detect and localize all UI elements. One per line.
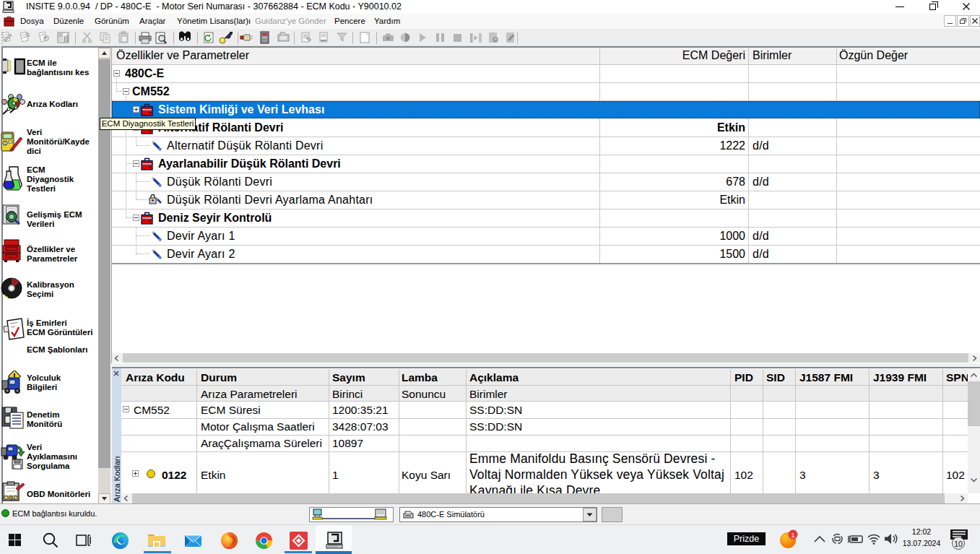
svg-text:1: 1 — [792, 532, 795, 539]
svg-text:OBD: OBD — [4, 494, 19, 501]
